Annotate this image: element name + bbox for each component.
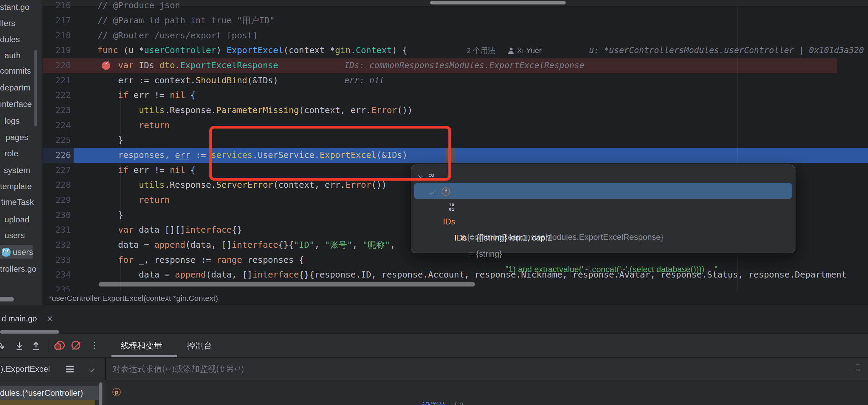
editor-floating-scrollbar-top[interactable]: [430, 1, 566, 4]
code-line-232[interactable]: data = append(data, []interface{}{"ID", …: [98, 238, 400, 253]
frame-list-item[interactable]: dules.(*userController): [0, 386, 99, 400]
code-line-230[interactable]: }: [98, 208, 123, 223]
set-value-link[interactable]: 设置值: [422, 401, 446, 405]
sidebar-item-template[interactable]: template: [0, 179, 32, 193]
sidebar-item-logs[interactable]: logs: [4, 114, 20, 128]
code-line-231[interactable]: var data [][]interface{}: [98, 223, 242, 238]
code-line-223[interactable]: utils.Response.ParameterMissing(context,…: [98, 103, 413, 118]
tab-threads-variables[interactable]: 线程和变量: [121, 334, 162, 357]
mute-breakpoints-icon[interactable]: [72, 341, 80, 350]
variables-pane[interactable]: p u = {*userControllersModules.userContr…: [106, 380, 868, 405]
line-number[interactable]: 225: [43, 133, 71, 148]
line-number[interactable]: 229: [43, 193, 71, 208]
sidebar-vertical-scrollbar[interactable]: [34, 50, 37, 126]
sidebar-item-users[interactable]: users: [13, 245, 33, 259]
popup-selected-text: IDs = {[]string} len:1, cap:1: [455, 230, 552, 245]
variable-row-context[interactable]: p context = {*gin.Context | 0x1400076200…: [106, 402, 124, 405]
sidebar-item-upload[interactable]: upload: [4, 212, 29, 226]
sidebar-item-interface[interactable]: interface: [0, 97, 32, 111]
code-line-221[interactable]: err := context.ShouldBind(&IDs): [98, 73, 278, 88]
code-token: ,: [352, 240, 362, 250]
chevron-down-icon[interactable]: [430, 188, 435, 193]
line-number[interactable]: 224: [43, 118, 71, 133]
popup-element-type: = {string}: [467, 246, 502, 261]
popup-row-watch[interactable]: ∞ IDs = {commonResponsiesModules.ExportE…: [411, 167, 795, 183]
evaluate-expression-input[interactable]: 对表达式求值(↵)或添加监视(⇧⌘↵): [112, 358, 244, 380]
code-token: "昵称": [362, 240, 390, 250]
frame-selector[interactable]: ).ExportExcel: [1, 358, 50, 380]
frame-list-item-selected[interactable]: [0, 400, 95, 405]
line-number[interactable]: 223: [43, 103, 71, 118]
sidebar-item-commits[interactable]: commits: [0, 64, 31, 78]
line-number[interactable]: 216: [43, 0, 71, 13]
line-number[interactable]: 232: [43, 238, 71, 253]
line-number[interactable]: 235: [43, 283, 71, 292]
view-breakpoints-icon[interactable]: [54, 343, 62, 350]
sidebar-item-departm[interactable]: departm: [0, 81, 30, 95]
tab-main-go[interactable]: d main.go: [2, 305, 37, 333]
tabstrip-scrollbar[interactable]: [0, 330, 59, 334]
code-line-216[interactable]: // @Produce json: [98, 0, 180, 13]
code-token: }: [98, 135, 123, 145]
step-into-icon[interactable]: [14, 341, 24, 351]
close-icon[interactable]: ×: [47, 305, 53, 333]
code-line-219[interactable]: func (u *userController) ExportExcel(con…: [98, 43, 408, 58]
code-token: dto: [159, 60, 175, 70]
code-line-225[interactable]: }: [98, 133, 123, 148]
sidebar-item-auth[interactable]: auth: [4, 48, 21, 63]
step-over-icon[interactable]: [0, 341, 5, 351]
line-number[interactable]: 230: [43, 208, 71, 223]
code-line-220[interactable]: var IDs dto.ExportExcelResponse: [98, 58, 278, 73]
sidebar-item-timetask[interactable]: timeTask: [1, 195, 34, 209]
code-line-227[interactable]: if err != nil {: [98, 163, 196, 178]
sidebar-item-stant-go[interactable]: stant.go: [0, 0, 29, 14]
sidebar-item-users[interactable]: users: [4, 228, 25, 243]
line-number[interactable]: 220: [43, 58, 71, 73]
sidebar-item-dules[interactable]: dules: [0, 32, 20, 47]
code-token: Response.: [170, 180, 216, 190]
breakpoint-icon[interactable]: [102, 62, 110, 70]
code-line-229[interactable]: return: [98, 193, 170, 208]
line-number[interactable]: 219: [43, 43, 71, 58]
code-line-218[interactable]: // @Router /users/export [post]: [98, 28, 258, 43]
line-number[interactable]: 226: [43, 148, 71, 163]
debugger-value-popup[interactable]: ∞ IDs = {commonResponsiesModules.ExportE…: [411, 164, 795, 253]
chevron-down-icon[interactable]: [89, 366, 93, 371]
usages-hint[interactable]: 2 个用法: [467, 43, 495, 58]
code-token: utils: [98, 180, 165, 190]
variable-row-u[interactable]: p u = {*userControllersModules.userContr…: [106, 384, 124, 405]
sidebar-horizontal-scrollbar[interactable]: [0, 297, 14, 302]
sidebar-item-system[interactable]: system: [4, 163, 30, 177]
breadcrumb[interactable]: *userController.ExportExcel(context *gin…: [49, 292, 218, 305]
code-token: responses,: [98, 150, 175, 160]
tab-console[interactable]: 控制台: [187, 334, 212, 357]
line-number[interactable]: 233: [43, 253, 71, 268]
sidebar-item-pages[interactable]: pages: [5, 130, 28, 145]
line-number[interactable]: 218: [43, 28, 71, 43]
code-line-217[interactable]: // @Param id path int true "用户ID": [98, 13, 275, 28]
popup-row-string-element[interactable]: 1001 0 = {string} "1) and extractvalue('…: [411, 199, 795, 215]
line-number[interactable]: 217: [43, 13, 71, 28]
line-number[interactable]: 231: [43, 223, 71, 238]
threads-list-icon[interactable]: [66, 366, 74, 367]
sidebar-item-trollers-go[interactable]: trollers.go: [0, 261, 37, 276]
add-watch-icon[interactable]: +∞: [853, 361, 864, 378]
code-line-222[interactable]: if err != nil {: [98, 88, 196, 103]
code-line-233[interactable]: for _, response := range responses {: [98, 253, 304, 268]
code-line-224[interactable]: return: [98, 118, 170, 133]
line-number[interactable]: 228: [43, 178, 71, 193]
line-number[interactable]: 227: [43, 163, 71, 178]
sidebar-item-role[interactable]: role: [4, 146, 18, 161]
more-options-icon[interactable]: ⋮: [90, 336, 99, 355]
code-token: data [][]: [139, 225, 185, 235]
code-line-234[interactable]: data = append(data, []interface{}{respon…: [98, 268, 847, 283]
frames-scrollbar[interactable]: [99, 382, 103, 405]
line-number[interactable]: 234: [43, 268, 71, 283]
popup-row-selected[interactable]: f IDs = {[]string} len:1, cap:1: [411, 183, 795, 199]
frames-pane[interactable]: dules.(*userController): [0, 380, 105, 405]
line-number[interactable]: 221: [43, 73, 71, 88]
step-out-icon[interactable]: [31, 341, 41, 351]
code-token: (data, []: [185, 240, 232, 250]
sidebar-item-llers[interactable]: llers: [0, 16, 15, 30]
line-number[interactable]: 222: [43, 88, 71, 103]
